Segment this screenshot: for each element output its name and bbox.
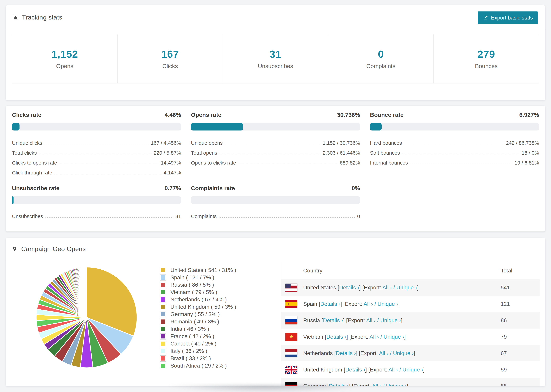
flag-nl-icon	[285, 349, 297, 357]
export-all-link[interactable]: All ›	[379, 350, 389, 356]
legend-label: Italy ( 36 / 2% )	[170, 348, 207, 354]
stat-opens: 1,152 Opens	[12, 34, 117, 83]
export-basic-stats-button[interactable]: Export basic stats	[478, 11, 538, 24]
metric-row: Click through rate 4.147%	[12, 166, 181, 176]
legend-label: France ( 42 / 2% )	[170, 333, 214, 339]
country-cell: Spain [Details ›] [Export: All › / Uniqu…	[303, 301, 501, 307]
export-unique-link[interactable]: Unique ›	[380, 317, 401, 323]
metric-label: Hard bounces	[370, 140, 402, 146]
rate-value: 0%	[352, 185, 360, 192]
legend-item: Vietnam ( 79 / 5% )	[160, 288, 236, 296]
stat-bounces: 279 Bounces	[433, 34, 539, 83]
export-all-link[interactable]: All ›	[363, 301, 373, 307]
campaign-geo-opens-panel: Campaign Geo Opens United States ( 541 /…	[6, 238, 545, 386]
table-row: United States [Details ›] [Export: All ›…	[281, 279, 540, 296]
table-row: Spain [Details ›] [Export: All › / Uniqu…	[281, 296, 540, 312]
export-unique-link[interactable]: Unique ›	[396, 284, 417, 291]
export-unique-link[interactable]: Unique ›	[386, 383, 407, 386]
stat-label: Unsubscribes	[258, 63, 293, 70]
legend-label: India ( 46 / 3% )	[170, 326, 209, 332]
export-unique-link[interactable]: Unique ›	[377, 301, 398, 307]
tracking-stats-panel: Tracking stats Export basic stats 1,152 …	[6, 5, 545, 100]
metric-row: Complaints 0	[191, 209, 360, 219]
stat-value: 0	[378, 48, 384, 60]
geo-opens-table: Country Total United States [Details ›] …	[281, 262, 540, 386]
export-all-link[interactable]: All ›	[372, 383, 381, 386]
rate-title: Opens rate	[191, 112, 221, 118]
rate-value: 30.736%	[337, 112, 360, 118]
export-all-link[interactable]: All ›	[369, 334, 379, 340]
table-row: Germany [Details ›] [Export: All › / Uni…	[281, 378, 540, 386]
rate-block-bounce-rate: Bounce rate 6.927% Hard bounces 242 / 86…	[370, 112, 539, 176]
details-link[interactable]: Details ›	[326, 334, 346, 340]
stat-unsubscribes: 31 Unsubscribes	[223, 34, 328, 83]
flag-ru-icon	[285, 316, 297, 324]
rate-value: 4.46%	[165, 112, 181, 118]
legend-label: Russia ( 86 / 5% )	[170, 282, 214, 288]
progress-bar	[191, 196, 360, 204]
flag-us-icon	[285, 284, 297, 292]
legend-label: Netherlands ( 67 / 4% )	[170, 296, 227, 303]
rate-block-opens-rate: Opens rate 30.736% Unique opens 1,152 / …	[191, 112, 360, 176]
legend-label: Germany ( 55 / 3% )	[170, 311, 220, 317]
legend-swatch	[160, 341, 166, 347]
details-link[interactable]: Details ›	[336, 350, 356, 356]
metric-value: 19 / 6.81%	[515, 160, 539, 166]
legend-item: Netherlands ( 67 / 4% )	[160, 296, 236, 303]
total-cell: 79	[501, 334, 540, 340]
total-cell: 86	[501, 317, 540, 324]
legend-item: Brazil ( 33 / 2% )	[160, 355, 236, 362]
metric-label: Total opens	[191, 150, 217, 156]
country-cell: Vietnam [Details ›] [Export: All › / Uni…	[303, 334, 501, 340]
metric-label: Complaints	[191, 213, 217, 219]
metric-value: 167 / 4.456%	[151, 140, 181, 146]
table-row: Russia [Details ›] [Export: All › / Uniq…	[281, 312, 540, 329]
legend-label: Brazil ( 33 / 2% )	[170, 355, 211, 362]
table-body: United States [Details ›] [Export: All ›…	[281, 279, 540, 386]
progress-bar	[12, 123, 181, 131]
column-header-total: Total	[501, 267, 540, 274]
total-cell: 55	[501, 383, 540, 386]
details-link[interactable]: Details ›	[339, 284, 359, 291]
stat-label: Complaints	[366, 63, 396, 70]
details-link[interactable]: Details ›	[323, 317, 343, 323]
metric-value: 18 / 0%	[522, 150, 539, 156]
metric-value: 689.82%	[340, 160, 360, 166]
dotted-leader	[39, 154, 151, 154]
table-row: United Kingdom [Details ›] [Export: All …	[281, 361, 540, 378]
legend-item: Spain ( 121 / 7% )	[160, 274, 236, 281]
dotted-leader	[59, 164, 158, 164]
legend-item: United Kingdom ( 59 / 3% )	[160, 303, 236, 311]
stat-value: 167	[161, 48, 179, 60]
legend-item: South Africa ( 29 / 2% )	[160, 362, 236, 369]
metric-label: Clicks to opens rate	[12, 160, 57, 166]
export-all-link[interactable]: All ›	[366, 317, 376, 323]
export-unique-link[interactable]: Unique ›	[393, 350, 414, 356]
metric-label: Unique opens	[191, 140, 223, 146]
legend-swatch	[160, 326, 166, 332]
legend-swatch	[160, 267, 166, 273]
metric-row: Total clicks 220 / 5.87%	[12, 146, 181, 156]
tracking-stats-page: Tracking stats Export basic stats 1,152 …	[0, 0, 551, 392]
legend-label: United States ( 541 / 31% )	[170, 267, 236, 273]
rate-value: 0.77%	[165, 185, 181, 192]
export-all-link[interactable]: All ›	[382, 284, 392, 291]
export-unique-link[interactable]: Unique ›	[403, 366, 423, 373]
legend-item: France ( 42 / 2% )	[160, 333, 236, 340]
geo-opens-pie-chart	[33, 264, 140, 371]
legend-item: Germany ( 55 / 3% )	[160, 311, 236, 318]
details-link[interactable]: Details ›	[320, 301, 340, 307]
details-link[interactable]: Details ›	[345, 366, 365, 373]
metric-label: Soft bounces	[370, 150, 400, 156]
legend-label: United Kingdom ( 59 / 3% )	[170, 304, 236, 310]
dotted-leader	[55, 174, 161, 174]
metric-label: Unsubscribes	[12, 213, 43, 219]
stat-label: Clicks	[162, 63, 178, 70]
stat-value: 279	[477, 48, 495, 60]
rate-block-unsubscribe-rate: Unsubscribe rate 0.77% Unsubscribes 31	[12, 185, 181, 219]
metric-row: Opens to clicks rate 689.82%	[191, 156, 360, 166]
legend-swatch	[160, 274, 166, 281]
export-unique-link[interactable]: Unique ›	[383, 334, 404, 340]
export-all-link[interactable]: All ›	[389, 366, 398, 373]
legend-swatch	[160, 319, 166, 325]
